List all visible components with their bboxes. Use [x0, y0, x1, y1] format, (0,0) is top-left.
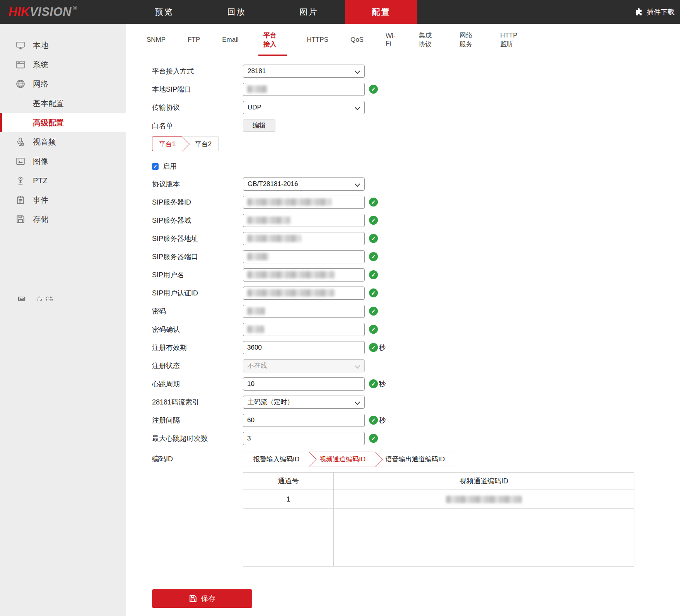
sidebar: 本地 系统 网络 基本配置 高级配置	[0, 24, 126, 616]
tab-https[interactable]: HTTPS	[304, 24, 331, 56]
password-confirm-input[interactable]	[243, 323, 365, 336]
valid-check-icon	[369, 434, 378, 443]
select-value: 不在线	[248, 361, 267, 370]
sidebar-item-image[interactable]: 图像	[0, 152, 126, 171]
sidebar-item-storage[interactable]: 存储	[0, 210, 126, 229]
tab-ftp[interactable]: FTP	[185, 24, 202, 56]
max-heartbeat-timeout-input[interactable]	[243, 432, 365, 445]
plugin-download-link[interactable]: 插件下载	[634, 0, 675, 24]
sip-username-input[interactable]	[243, 268, 365, 282]
table-row[interactable]: 1	[243, 490, 634, 509]
masked-value	[247, 85, 267, 93]
stream-index-select[interactable]: 主码流（定时）	[243, 396, 365, 409]
hikvision-logo: HIKVISION®	[9, 0, 77, 24]
tab-platform-access[interactable]: 平台接入	[258, 24, 287, 56]
masked-value	[247, 289, 335, 297]
plugin-download-label: 插件下载	[647, 7, 675, 17]
valid-check-icon	[369, 252, 378, 261]
form-row-sip-username: SIP用户名	[152, 266, 608, 284]
nav-picture[interactable]: 图片	[273, 0, 345, 24]
form-row-sip-auth-id: SIP用户认证ID	[152, 284, 608, 302]
sidebar-item-storage-glitch-artifact: 存储	[0, 290, 126, 307]
valid-check-icon	[369, 198, 378, 206]
sidebar-item-label: 图像	[33, 156, 48, 167]
tab-integration-protocol[interactable]: 集成协议	[416, 24, 439, 56]
tab-http-listen[interactable]: HTTP监听	[498, 24, 524, 56]
nav-config[interactable]: 配置	[345, 0, 417, 24]
top-nav: 预览 回放 图片 配置	[128, 0, 417, 24]
local-sip-port-input[interactable]	[243, 83, 365, 96]
registration-validity-input[interactable]	[243, 341, 365, 354]
tab-network-service[interactable]: 网络服务	[457, 24, 480, 56]
masked-value	[247, 198, 331, 206]
platform-tabs: 平台1 平台2	[152, 137, 608, 151]
sidebar-item-basic-config[interactable]: 基本配置	[0, 94, 126, 113]
cell-channel-number: 1	[243, 490, 334, 508]
select-value: 28181	[248, 67, 266, 75]
password-input[interactable]	[243, 305, 365, 318]
video-channel-table: 通道号 视频通道编码ID 1	[243, 472, 634, 567]
form-row-sip-server-address: SIP服务器地址	[152, 229, 608, 247]
field-label: SIP服务器端口	[152, 252, 243, 261]
valid-check-icon	[369, 325, 378, 334]
logo-vision: VISION	[30, 5, 72, 19]
nav-preview[interactable]: 预览	[128, 0, 200, 24]
enable-checkbox[interactable]	[152, 163, 159, 170]
sip-server-id-input[interactable]	[243, 196, 365, 209]
event-notepad-icon	[15, 195, 26, 205]
field-label: SIP服务器ID	[152, 198, 243, 207]
whitelist-edit-button[interactable]: 编辑	[243, 119, 275, 132]
sidebar-item-network[interactable]: 网络	[0, 74, 126, 94]
sidebar-item-advanced-config[interactable]: 高级配置	[0, 113, 126, 132]
field-label: 密码	[152, 307, 243, 316]
masked-value	[247, 235, 301, 242]
sidebar-item-label: 网络	[33, 79, 48, 89]
sip-server-domain-input[interactable]	[243, 214, 365, 227]
transport-protocol-select[interactable]: UDP	[243, 101, 365, 114]
tab-video-channel-encode-id[interactable]: 视频通道编码ID	[309, 452, 376, 466]
sidebar-item-system[interactable]: 系统	[0, 55, 126, 74]
valid-check-icon	[369, 270, 378, 279]
valid-check-icon	[369, 288, 378, 297]
microphone-icon	[15, 137, 26, 147]
tab-qos[interactable]: QoS	[348, 24, 366, 56]
form-row-whitelist: 白名单 编辑	[152, 116, 608, 135]
tab-snmp[interactable]: SNMP	[144, 24, 168, 56]
tab-wifi[interactable]: Wi-Fi	[383, 24, 399, 56]
tab-email[interactable]: Email	[220, 24, 241, 56]
system-window-icon	[15, 60, 26, 70]
sip-auth-id-input[interactable]	[243, 287, 365, 300]
sip-server-address-input[interactable]	[243, 232, 365, 245]
sidebar-item-ptz[interactable]: PTZ	[0, 171, 126, 190]
valid-check-icon	[369, 216, 378, 225]
globe-icon	[15, 79, 26, 89]
save-button-label: 保存	[201, 594, 216, 604]
save-button[interactable]: 保存	[152, 589, 252, 608]
field-label: 注册间隔	[152, 416, 243, 425]
masked-value	[247, 253, 269, 260]
access-mode-select[interactable]: 28181	[243, 65, 365, 78]
logo-registered-mark: ®	[73, 5, 77, 11]
tab-audio-output-encode-id[interactable]: 语音输出通道编码ID	[376, 452, 455, 466]
field-label: 注册有效期	[152, 343, 243, 352]
nav-playback[interactable]: 回放	[200, 0, 273, 24]
registration-interval-input[interactable]	[243, 414, 365, 427]
sip-server-port-input[interactable]	[243, 250, 365, 263]
form-row-sip-server-port: SIP服务器端口	[152, 247, 608, 266]
sidebar-item-event[interactable]: 事件	[0, 190, 126, 210]
sidebar-item-audio-video[interactable]: 视音频	[0, 132, 126, 152]
column-header-channel: 通道号	[243, 473, 334, 490]
form-row-transport: 传输协议 UDP	[152, 98, 608, 116]
heartbeat-interval-input[interactable]	[243, 377, 365, 391]
valid-check-icon	[369, 343, 378, 352]
form-row-password: 密码	[152, 302, 608, 320]
sidebar-item-label: 存储	[33, 214, 48, 225]
sidebar-item-local[interactable]: 本地	[0, 36, 126, 55]
main-content: SNMP FTP Email 平台接入 HTTPS QoS Wi-Fi 集成协议…	[126, 24, 680, 616]
protocol-version-select[interactable]: GB/T28181-2016	[243, 177, 365, 191]
settings-tab-bar: SNMP FTP Email 平台接入 HTTPS QoS Wi-Fi 集成协议…	[137, 24, 524, 56]
tab-platform-1[interactable]: 平台1	[152, 137, 182, 151]
table-empty-row	[243, 509, 634, 566]
form-row-protocol-version: 协议版本 GB/T28181-2016	[152, 175, 608, 193]
tab-alarm-input-encode-id[interactable]: 报警输入编码ID	[243, 452, 309, 466]
